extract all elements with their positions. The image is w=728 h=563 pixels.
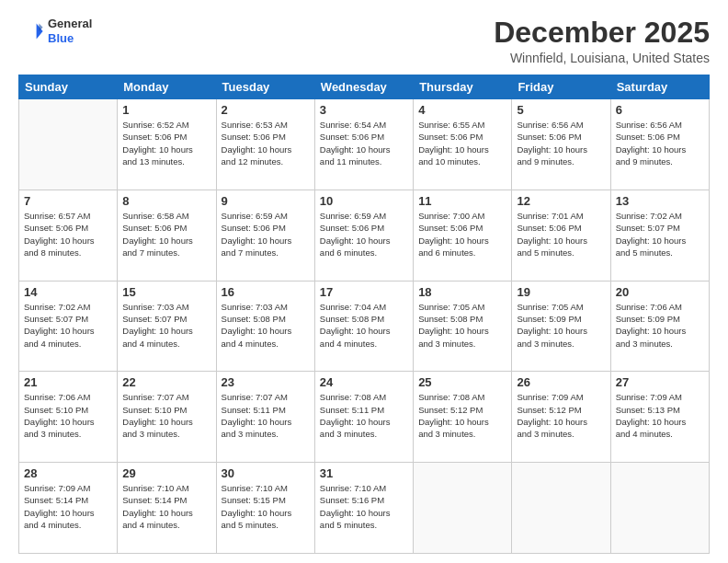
location-text: Winnfield, Louisiana, United States	[494, 51, 710, 65]
day-number: 4	[418, 103, 506, 117]
day-info: Sunrise: 6:56 AM Sunset: 5:06 PM Dayligh…	[616, 119, 704, 167]
calendar-cell: 2Sunrise: 6:53 AM Sunset: 5:06 PM Daylig…	[216, 99, 314, 190]
day-number: 26	[517, 375, 605, 389]
day-info: Sunrise: 6:56 AM Sunset: 5:06 PM Dayligh…	[517, 119, 605, 167]
day-number: 22	[122, 375, 210, 389]
day-info: Sunrise: 6:55 AM Sunset: 5:06 PM Dayligh…	[418, 119, 506, 167]
day-info: Sunrise: 7:03 AM Sunset: 5:08 PM Dayligh…	[222, 301, 310, 350]
calendar-cell: 20Sunrise: 7:06 AM Sunset: 5:09 PM Dayli…	[610, 281, 709, 372]
calendar-cell: 4Sunrise: 6:55 AM Sunset: 5:06 PM Daylig…	[414, 99, 512, 190]
calendar-cell	[610, 463, 709, 554]
calendar-header-row: SundayMondayTuesdayWednesdayThursdayFrid…	[19, 75, 710, 99]
calendar-cell: 11Sunrise: 7:00 AM Sunset: 5:06 PM Dayli…	[414, 190, 512, 281]
calendar-cell: 19Sunrise: 7:05 AM Sunset: 5:09 PM Dayli…	[512, 281, 610, 372]
day-info: Sunrise: 7:04 AM Sunset: 5:08 PM Dayligh…	[320, 301, 408, 350]
calendar-cell: 3Sunrise: 6:54 AM Sunset: 5:06 PM Daylig…	[314, 99, 413, 190]
day-number: 15	[122, 285, 210, 299]
day-info: Sunrise: 6:54 AM Sunset: 5:06 PM Dayligh…	[320, 119, 408, 167]
day-number: 9	[222, 194, 310, 208]
day-number: 25	[418, 375, 506, 389]
calendar-cell: 27Sunrise: 7:09 AM Sunset: 5:13 PM Dayli…	[610, 372, 709, 463]
calendar-cell: 13Sunrise: 7:02 AM Sunset: 5:07 PM Dayli…	[610, 190, 709, 281]
calendar-cell: 24Sunrise: 7:08 AM Sunset: 5:11 PM Dayli…	[314, 372, 413, 463]
calendar-cell: 12Sunrise: 7:01 AM Sunset: 5:06 PM Dayli…	[512, 190, 610, 281]
month-title: December 2025	[494, 17, 710, 49]
calendar-cell: 29Sunrise: 7:10 AM Sunset: 5:14 PM Dayli…	[118, 463, 216, 554]
weekday-header-monday: Monday	[118, 75, 216, 99]
calendar-cell: 5Sunrise: 6:56 AM Sunset: 5:06 PM Daylig…	[512, 99, 610, 190]
day-info: Sunrise: 7:02 AM Sunset: 5:07 PM Dayligh…	[24, 301, 112, 350]
calendar-cell: 21Sunrise: 7:06 AM Sunset: 5:10 PM Dayli…	[19, 372, 118, 463]
weekday-header-saturday: Saturday	[610, 75, 709, 99]
calendar-cell: 31Sunrise: 7:10 AM Sunset: 5:16 PM Dayli…	[314, 463, 413, 554]
day-info: Sunrise: 7:02 AM Sunset: 5:07 PM Dayligh…	[616, 210, 704, 259]
day-number: 3	[320, 103, 408, 117]
day-number: 14	[24, 285, 112, 299]
calendar-cell: 6Sunrise: 6:56 AM Sunset: 5:06 PM Daylig…	[610, 99, 709, 190]
logo-icon	[18, 18, 44, 44]
day-info: Sunrise: 7:06 AM Sunset: 5:10 PM Dayligh…	[24, 391, 112, 440]
calendar-cell: 28Sunrise: 7:09 AM Sunset: 5:14 PM Dayli…	[19, 463, 118, 554]
day-info: Sunrise: 7:01 AM Sunset: 5:06 PM Dayligh…	[517, 210, 605, 259]
day-info: Sunrise: 6:53 AM Sunset: 5:06 PM Dayligh…	[222, 119, 310, 167]
day-info: Sunrise: 7:10 AM Sunset: 5:16 PM Dayligh…	[320, 482, 408, 531]
calendar-week-3: 14Sunrise: 7:02 AM Sunset: 5:07 PM Dayli…	[19, 281, 710, 372]
day-number: 20	[616, 285, 704, 299]
calendar-cell: 23Sunrise: 7:07 AM Sunset: 5:11 PM Dayli…	[216, 372, 314, 463]
day-info: Sunrise: 7:09 AM Sunset: 5:12 PM Dayligh…	[517, 391, 605, 440]
day-info: Sunrise: 7:08 AM Sunset: 5:12 PM Dayligh…	[418, 391, 506, 440]
title-block: December 2025 Winnfield, Louisiana, Unit…	[494, 17, 710, 65]
day-number: 19	[517, 285, 605, 299]
calendar-cell: 1Sunrise: 6:52 AM Sunset: 5:06 PM Daylig…	[118, 99, 216, 190]
day-number: 23	[222, 375, 310, 389]
calendar-cell: 22Sunrise: 7:07 AM Sunset: 5:10 PM Dayli…	[118, 372, 216, 463]
header: General Blue December 2025 Winnfield, Lo…	[18, 17, 710, 65]
day-number: 31	[320, 466, 408, 480]
day-number: 5	[517, 103, 605, 117]
calendar-week-4: 21Sunrise: 7:06 AM Sunset: 5:10 PM Dayli…	[19, 372, 710, 463]
day-info: Sunrise: 7:07 AM Sunset: 5:11 PM Dayligh…	[222, 391, 310, 440]
day-info: Sunrise: 7:09 AM Sunset: 5:14 PM Dayligh…	[24, 482, 112, 531]
day-number: 11	[418, 194, 506, 208]
day-info: Sunrise: 7:06 AM Sunset: 5:09 PM Dayligh…	[616, 301, 704, 350]
calendar-week-1: 1Sunrise: 6:52 AM Sunset: 5:06 PM Daylig…	[19, 99, 710, 190]
day-info: Sunrise: 7:05 AM Sunset: 5:08 PM Dayligh…	[418, 301, 506, 350]
weekday-header-friday: Friday	[512, 75, 610, 99]
day-info: Sunrise: 6:52 AM Sunset: 5:06 PM Dayligh…	[122, 119, 210, 167]
day-info: Sunrise: 7:07 AM Sunset: 5:10 PM Dayligh…	[122, 391, 210, 440]
calendar-cell	[414, 463, 512, 554]
calendar-cell: 16Sunrise: 7:03 AM Sunset: 5:08 PM Dayli…	[216, 281, 314, 372]
day-number: 7	[24, 194, 112, 208]
day-number: 29	[122, 466, 210, 480]
day-number: 24	[320, 375, 408, 389]
day-info: Sunrise: 6:59 AM Sunset: 5:06 PM Dayligh…	[320, 210, 408, 259]
logo-general-text: General	[48, 17, 92, 31]
day-number: 16	[222, 285, 310, 299]
calendar-cell: 26Sunrise: 7:09 AM Sunset: 5:12 PM Dayli…	[512, 372, 610, 463]
day-number: 18	[418, 285, 506, 299]
day-info: Sunrise: 7:08 AM Sunset: 5:11 PM Dayligh…	[320, 391, 408, 440]
page: General Blue December 2025 Winnfield, Lo…	[0, 0, 728, 563]
day-info: Sunrise: 6:59 AM Sunset: 5:06 PM Dayligh…	[222, 210, 310, 259]
day-number: 17	[320, 285, 408, 299]
calendar-cell: 18Sunrise: 7:05 AM Sunset: 5:08 PM Dayli…	[414, 281, 512, 372]
day-number: 21	[24, 375, 112, 389]
calendar-week-5: 28Sunrise: 7:09 AM Sunset: 5:14 PM Dayli…	[19, 463, 710, 554]
day-number: 30	[222, 466, 310, 480]
weekday-header-sunday: Sunday	[19, 75, 118, 99]
logo-text: General Blue	[48, 17, 92, 45]
calendar-cell: 8Sunrise: 6:58 AM Sunset: 5:06 PM Daylig…	[118, 190, 216, 281]
day-number: 10	[320, 194, 408, 208]
weekday-header-tuesday: Tuesday	[216, 75, 314, 99]
calendar-cell: 15Sunrise: 7:03 AM Sunset: 5:07 PM Dayli…	[118, 281, 216, 372]
calendar-cell: 25Sunrise: 7:08 AM Sunset: 5:12 PM Dayli…	[414, 372, 512, 463]
weekday-header-thursday: Thursday	[414, 75, 512, 99]
calendar-cell: 7Sunrise: 6:57 AM Sunset: 5:06 PM Daylig…	[19, 190, 118, 281]
day-info: Sunrise: 7:09 AM Sunset: 5:13 PM Dayligh…	[616, 391, 704, 440]
day-number: 6	[616, 103, 704, 117]
calendar-table: SundayMondayTuesdayWednesdayThursdayFrid…	[18, 75, 710, 554]
calendar-cell: 9Sunrise: 6:59 AM Sunset: 5:06 PM Daylig…	[216, 190, 314, 281]
day-number: 2	[222, 103, 310, 117]
day-info: Sunrise: 7:05 AM Sunset: 5:09 PM Dayligh…	[517, 301, 605, 350]
day-info: Sunrise: 7:03 AM Sunset: 5:07 PM Dayligh…	[122, 301, 210, 350]
